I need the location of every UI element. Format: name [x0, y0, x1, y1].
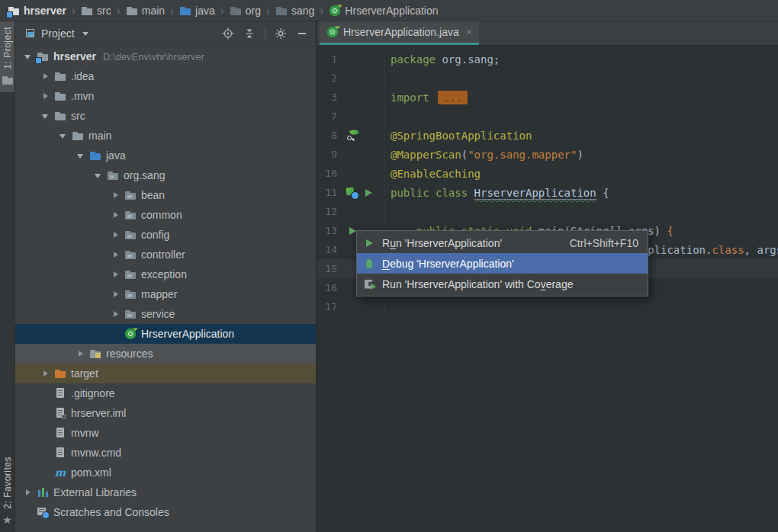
breadcrumb-main[interactable]: main: [124, 5, 166, 17]
stripe-label-favorites: 2: Favorites: [2, 457, 13, 509]
expand-arrow-icon[interactable]: [40, 90, 51, 102]
tree-item-exception[interactable]: exception: [15, 264, 316, 284]
expand-arrow-icon[interactable]: [111, 229, 121, 241]
breadcrumb-java[interactable]: java: [178, 5, 217, 17]
collapse-arrow-icon[interactable]: [58, 130, 69, 142]
tree-item-hrserverapplication[interactable]: HrserverApplication: [15, 324, 316, 344]
tree-item-external-libraries[interactable]: External Libraries: [15, 482, 316, 502]
code-line-9[interactable]: 9@MapperScan("org.sang.mapper"): [317, 145, 778, 164]
folder-blue-icon: [89, 149, 101, 162]
tree-item-src[interactable]: src: [15, 106, 316, 126]
breadcrumb-label: main: [142, 5, 165, 17]
tree-item-hrserver[interactable]: hrserverD:\devEnv\vhr\hrserver: [15, 46, 316, 66]
close-tab-icon[interactable]: ×: [466, 26, 472, 38]
tree-item-bean[interactable]: bean: [15, 185, 316, 205]
collapse-all-icon[interactable]: [243, 27, 256, 40]
tree-item-controller[interactable]: controller: [15, 245, 316, 264]
code-line-12[interactable]: 12: [317, 202, 778, 221]
tree-item-label: exception: [141, 268, 187, 280]
menu-item-label: Run 'HrserverApplication' with Coverage: [382, 278, 573, 290]
menu-shortcut: Ctrl+Shift+F10: [570, 237, 638, 249]
tree-item-label: hrserver.iml: [71, 407, 126, 419]
code-line-8[interactable]: 8@SpringBootApplication: [317, 126, 778, 145]
tree-item-resources[interactable]: resources: [15, 344, 316, 364]
tree-item-pom-xml[interactable]: mpom.xml: [15, 463, 316, 482]
folder-package-icon: [124, 268, 137, 280]
code-line-11[interactable]: 11public class HrserverApplication {: [317, 183, 778, 202]
menu-item-run-hrserverapplication[interactable]: Run 'HrserverApplication'Ctrl+Shift+F10: [357, 232, 648, 253]
tree-item-service[interactable]: service: [15, 304, 316, 324]
collapse-arrow-icon[interactable]: [23, 50, 34, 62]
tree-item-gitignore[interactable]: .gitignore: [15, 383, 316, 403]
tree-item-mvnw-cmd[interactable]: mvnw.cmd: [15, 443, 316, 463]
code-line-17[interactable]: 17: [317, 297, 778, 316]
project-panel: Project hrserverD:\devEnv\vhr\hrserver.i…: [15, 21, 316, 532]
code-token: import: [391, 91, 436, 104]
tree-item-org-sang[interactable]: org.sang: [15, 165, 316, 185]
code-token: @MapperScan: [391, 149, 461, 161]
expand-arrow-icon[interactable]: [111, 308, 121, 320]
expand-arrow-icon[interactable]: [111, 288, 121, 300]
code-line-10[interactable]: 10@EnableCaching: [317, 164, 778, 183]
tree-item-idea[interactable]: .idea: [15, 66, 316, 86]
hide-minus-icon[interactable]: [296, 27, 308, 40]
menu-item-debug-hrserverapplication[interactable]: Debug 'HrserverApplication': [357, 253, 648, 274]
chevron-down-icon[interactable]: [79, 27, 92, 40]
breadcrumb-hrserverapplication[interactable]: HrserverApplication: [327, 5, 439, 17]
expand-arrow-icon[interactable]: [111, 248, 121, 261]
tree-item-common[interactable]: common: [15, 205, 316, 225]
tree-item-scratches-and-consoles[interactable]: Scratches and Consoles: [15, 502, 316, 522]
breadcrumb-hrserver[interactable]: hrserver: [6, 5, 68, 17]
collapse-arrow-icon[interactable]: [93, 169, 104, 181]
gutter: [337, 50, 384, 69]
tree-item-mvn[interactable]: .mvn: [15, 86, 316, 106]
breadcrumb-label: sang: [291, 5, 314, 17]
expand-arrow-icon[interactable]: [40, 70, 51, 82]
tool-window-button-project[interactable]: 1: Project: [0, 21, 14, 92]
tree-item-main[interactable]: main: [15, 126, 316, 146]
collapse-arrow-icon[interactable]: [40, 110, 51, 122]
collapse-arrow-icon[interactable]: [76, 149, 86, 162]
file-text-icon: [54, 387, 66, 399]
line-number: 2: [317, 72, 337, 84]
breadcrumb-org[interactable]: org: [228, 5, 262, 17]
tree-item-java[interactable]: java: [15, 146, 316, 165]
tree-item-config[interactable]: config: [15, 225, 316, 245]
expand-arrow-icon[interactable]: [111, 209, 121, 221]
run-icon[interactable]: [362, 187, 375, 199]
spring-boot-icon[interactable]: [346, 187, 358, 199]
code-line-7[interactable]: 7: [317, 107, 778, 126]
locate-icon[interactable]: [222, 27, 234, 40]
expand-arrow-icon[interactable]: [76, 348, 86, 360]
breadcrumb-sang[interactable]: sang: [274, 5, 316, 17]
tree-item-label: java: [106, 149, 126, 162]
tree-item-label: controller: [141, 248, 185, 261]
project-tree: hrserverD:\devEnv\vhr\hrserver.idea.mvns…: [15, 46, 316, 532]
code-line-3[interactable]: 3import ...: [317, 88, 778, 107]
code-line-2[interactable]: 2: [317, 69, 778, 88]
maven-icon: m: [54, 466, 66, 479]
tree-item-label: src: [71, 110, 85, 122]
code-line-1[interactable]: 1package org.sang;: [317, 50, 778, 69]
breadcrumb-src[interactable]: src: [79, 5, 113, 17]
tree-item-mvnw[interactable]: mvnw: [15, 423, 316, 443]
tree-item-target[interactable]: target: [15, 364, 316, 383]
coverage-icon: [363, 278, 375, 290]
expand-arrow-icon[interactable]: [111, 189, 121, 201]
expand-arrow-icon[interactable]: [40, 367, 51, 380]
project-view-selector[interactable]: Project: [24, 27, 92, 40]
tree-item-hrserver-iml[interactable]: hrserver.iml: [15, 403, 316, 423]
tree-item-mapper[interactable]: mapper: [15, 284, 316, 304]
spring-search-icon[interactable]: [346, 130, 358, 142]
menu-item-run-hrserverapplication-with-coverage[interactable]: Run 'HrserverApplication' with Coverage: [357, 274, 648, 294]
expand-arrow-icon[interactable]: [111, 268, 121, 280]
editor-tab-hrserverapplication-java[interactable]: HrserverApplication.java×: [320, 21, 479, 45]
expand-arrow-icon[interactable]: [23, 486, 34, 498]
arrow-spacer: [111, 328, 121, 340]
settings-gear-icon[interactable]: [275, 27, 287, 40]
folder-project-icon: [8, 5, 20, 17]
folder-package-icon: [124, 189, 137, 201]
navigation-bar: hrserver›src›main›java›org›sang›Hrserver…: [0, 0, 778, 21]
gutter: [337, 202, 384, 221]
tool-window-button-favorites[interactable]: 2: Favorites★: [0, 451, 14, 532]
